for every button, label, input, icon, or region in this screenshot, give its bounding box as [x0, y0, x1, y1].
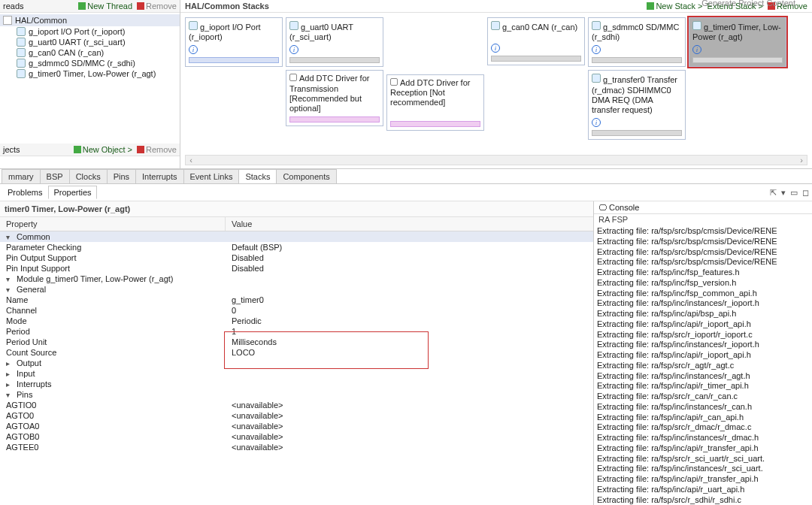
prop-value[interactable]: Milliseconds — [226, 337, 593, 347]
minimize-icon[interactable]: ▭ — [790, 188, 798, 198]
prop-value[interactable]: Periodic — [226, 316, 593, 326]
tab-event-links[interactable]: Event Links — [183, 169, 240, 183]
prop-name[interactable]: Period — [0, 326, 226, 337]
lock-icon — [390, 78, 398, 86]
prop-name[interactable]: Pin Input Support — [0, 263, 226, 274]
stack-box-dtc-tx[interactable]: Add DTC Driver for Transmission [Recomme… — [286, 70, 383, 126]
prop-name[interactable]: Count Source — [0, 347, 226, 358]
group-input[interactable]: Input — [17, 369, 35, 378]
group-module[interactable]: Module g_timer0 Timer, Low-Power (r_agt) — [17, 274, 173, 283]
tree-item[interactable]: g_sdmmc0 SD/MMC (r_sdhi) — [0, 58, 180, 68]
new-object-button[interactable]: New Object > — [74, 145, 132, 154]
stack-footer — [491, 56, 581, 62]
stack-box-sdmmc[interactable]: g_sdmmc0 SD/MMC (r_sdhi) i — [588, 17, 686, 67]
prop-value[interactable]: <unavailable> — [226, 410, 593, 421]
group-general[interactable]: General — [17, 285, 46, 294]
module-icon — [189, 21, 198, 30]
info-icon[interactable]: i — [491, 44, 500, 53]
prop-value[interactable]: <unavailable> — [226, 421, 593, 431]
prop-name[interactable]: Mode — [0, 316, 226, 326]
prop-name[interactable]: AGTOA0 — [0, 421, 226, 431]
threads-tree: HAL/Common g_ioport I/O Port (r_ioport) … — [0, 13, 180, 80]
tab-pins[interactable]: Pins — [107, 169, 136, 183]
new-stack-button[interactable]: New Stack > — [647, 2, 702, 11]
prop-value[interactable]: <unavailable> — [226, 400, 593, 410]
prop-value[interactable]: Default (BSP) — [226, 242, 593, 252]
properties-title: timer0 Timer, Low-Power (r_agt) — [0, 201, 593, 217]
module-icon — [692, 21, 701, 30]
prop-value[interactable]: <unavailable> — [226, 442, 593, 452]
module-icon — [592, 74, 601, 83]
prop-value[interactable]: g_timer0 — [226, 295, 593, 305]
maximize-icon[interactable]: ◻ — [802, 188, 809, 198]
tree-item[interactable]: g_uart0 UART (r_sci_uart) — [0, 37, 180, 47]
prop-name[interactable]: Channel — [0, 305, 226, 316]
stack-box-can[interactable]: g_can0 CAN (r_can) i — [487, 17, 585, 65]
threads-header: reads New Thread Remove — [0, 0, 180, 13]
scroll-right-button[interactable]: › — [796, 156, 807, 165]
prop-value[interactable]: LOCO — [226, 347, 593, 358]
stack-box-transfer[interactable]: g_transfer0 Transfer (r_dmac) SDHIMMC0 D… — [588, 70, 686, 140]
group-pins[interactable]: Pins — [17, 390, 32, 399]
remove-icon — [137, 2, 144, 10]
prop-name[interactable]: AGTO0 — [0, 410, 226, 421]
tab-bsp[interactable]: BSP — [40, 169, 70, 183]
stacks-body: g_ioport I/O Port (r_ioport) i g_uart0 U… — [180, 13, 812, 155]
tree-item[interactable]: g_ioport I/O Port (r_ioport) — [0, 26, 180, 37]
prop-name[interactable]: AGTEE0 — [0, 442, 226, 452]
module-icon — [17, 48, 26, 57]
tree-root-hal[interactable]: HAL/Common — [0, 14, 180, 26]
prop-value[interactable]: <unavailable> — [226, 431, 593, 442]
info-icon[interactable]: i — [289, 45, 298, 54]
stack-box-timer[interactable]: g_timer0 Timer, Low-Power (r_agt) i — [689, 17, 786, 67]
module-icon — [17, 69, 26, 78]
stack-box-ioport[interactable]: g_ioport I/O Port (r_ioport) i — [185, 17, 283, 67]
view-tab-properties[interactable]: Properties — [48, 186, 96, 199]
group-output[interactable]: Output — [17, 358, 41, 367]
prop-value[interactable]: 0 — [226, 305, 593, 316]
group-common[interactable]: Common — [17, 232, 50, 241]
group-interrupts[interactable]: Interrupts — [17, 380, 51, 389]
tab-summary[interactable]: mmary — [2, 169, 41, 183]
col-property: Property — [0, 217, 226, 231]
console-title: RA FSP — [594, 214, 812, 225]
prop-value[interactable]: Disabled — [226, 263, 593, 274]
col-value: Value — [226, 217, 593, 231]
info-icon[interactable]: i — [189, 45, 198, 54]
prop-name[interactable]: Period Unit — [0, 337, 226, 347]
new-thread-button[interactable]: New Thread — [78, 2, 132, 11]
prop-value[interactable]: 1 — [226, 326, 593, 337]
remove-object-button[interactable]: Remove — [137, 145, 177, 154]
prop-name[interactable]: AGTOB0 — [0, 431, 226, 442]
prop-name[interactable]: Name — [0, 295, 226, 305]
tab-interrupts[interactable]: Interrupts — [135, 169, 183, 183]
remove-thread-button[interactable]: Remove — [137, 2, 177, 11]
info-icon[interactable]: i — [692, 45, 701, 54]
info-icon[interactable]: i — [592, 45, 601, 54]
module-icon — [17, 59, 26, 68]
prop-name[interactable]: Parameter Checking — [0, 242, 226, 252]
tree-item[interactable]: g_can0 CAN (r_can) — [0, 47, 180, 58]
tab-components[interactable]: Components — [276, 169, 336, 183]
editor-tabs: mmary BSP Clocks Pins Interrupts Event L… — [0, 169, 812, 184]
info-icon[interactable]: i — [592, 118, 601, 127]
view-tab-problems[interactable]: Problems — [3, 186, 47, 198]
tab-clocks[interactable]: Clocks — [69, 169, 108, 183]
thread-icon — [3, 16, 12, 25]
pin-icon[interactable]: ⇱ — [770, 188, 777, 198]
h-scrollbar[interactable]: ‹ › — [185, 155, 807, 165]
console-output[interactable]: Extracting file: ra/fsp/src/bsp/cmsis/De… — [594, 225, 812, 505]
remove-icon — [137, 146, 144, 153]
stack-box-dtc-rx[interactable]: Add DTC Driver for Reception [Not recomm… — [386, 74, 484, 131]
prop-value[interactable]: Disabled — [226, 252, 593, 263]
generate-project-link[interactable]: Generate Project Content — [697, 0, 800, 9]
module-icon — [491, 21, 500, 30]
prop-name[interactable]: Pin Output Support — [0, 252, 226, 263]
scroll-left-button[interactable]: ‹ — [186, 156, 196, 165]
stack-box-uart[interactable]: g_uart0 UART (r_sci_uart) i — [286, 17, 383, 67]
tree-item[interactable]: g_timer0 Timer, Low-Power (r_agt) — [0, 68, 180, 79]
prop-name[interactable]: AGTIO0 — [0, 400, 226, 410]
tab-stacks[interactable]: Stacks — [238, 169, 277, 183]
view-menu-icon[interactable]: ▾ — [781, 188, 786, 198]
view-tab-console[interactable]: 🖵 Console — [598, 203, 639, 212]
